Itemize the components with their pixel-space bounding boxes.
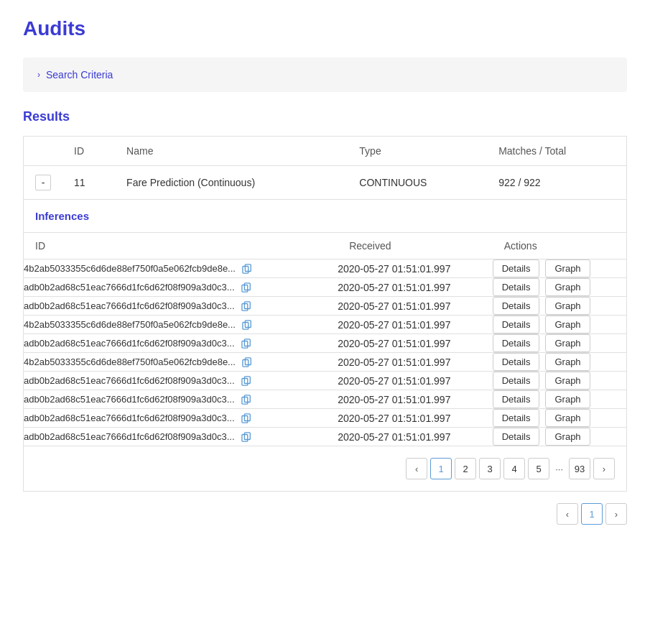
search-criteria-label: Search Criteria (46, 69, 113, 80)
outer-table: ID Name Type Matches / Total - 11 Fare P… (23, 136, 627, 492)
pagination-page-5[interactable]: 5 (528, 458, 549, 479)
inference-actions-cell: DetailsGraph (493, 316, 626, 334)
inference-id-text: adb0b2ad68c51eac7666d1fc6d62f08f909a3d0c… (24, 375, 235, 386)
graph-button[interactable]: Graph (545, 428, 590, 446)
inference-actions-cell: DetailsGraph (493, 372, 626, 390)
col-header-name: Name (115, 137, 348, 166)
inference-row: adb0b2ad68c51eac7666d1fc6d62f08f909a3d0c… (24, 278, 626, 297)
inference-id-text: 4b2ab5033355c6d6de88ef750f0a5e062fcb9de8… (24, 356, 236, 367)
inference-id-cell: 4b2ab5033355c6d6de88ef750f0a5e062fcb9de8… (24, 259, 338, 278)
inference-row: adb0b2ad68c51eac7666d1fc6d62f08f909a3d0c… (24, 390, 626, 409)
audit-type: CONTINUOUS (348, 166, 487, 200)
inference-actions-cell: DetailsGraph (493, 334, 626, 353)
details-button[interactable]: Details (493, 353, 540, 371)
inference-received: 2020-05-27 01:51:01.997 (338, 353, 493, 372)
inference-id-text: adb0b2ad68c51eac7666d1fc6d62f08f909a3d0c… (24, 431, 235, 442)
copy-icon[interactable] (241, 413, 252, 424)
inferences-section: Inferences ID Received Actions 4b2ab5033… (24, 200, 626, 491)
audit-id: 11 (62, 166, 115, 200)
inferences-table: ID Received Actions 4b2ab5033355c6d6de88… (24, 233, 626, 446)
inference-id-cell: 4b2ab5033355c6d6de88ef750f0a5e062fcb9de8… (24, 353, 338, 372)
col-header-type: Type (348, 137, 487, 166)
inference-received: 2020-05-27 01:51:01.997 (338, 428, 493, 446)
graph-button[interactable]: Graph (545, 353, 590, 371)
inference-id-text: adb0b2ad68c51eac7666d1fc6d62f08f909a3d0c… (24, 394, 235, 405)
col-header-matches: Matches / Total (487, 137, 626, 166)
pagination-last[interactable]: 93 (569, 458, 590, 479)
bottom-pagination: ‹ 1 › (23, 492, 627, 525)
inner-col-id: ID (24, 233, 338, 259)
copy-icon[interactable] (241, 282, 252, 293)
inference-id-text: adb0b2ad68c51eac7666d1fc6d62f08f909a3d0c… (24, 300, 235, 311)
graph-button[interactable]: Graph (545, 259, 590, 277)
copy-icon[interactable] (241, 375, 252, 387)
inferences-header-row: ID Received Actions (24, 233, 626, 259)
inference-actions-cell: DetailsGraph (493, 278, 626, 297)
inference-actions-cell: DetailsGraph (493, 259, 626, 278)
audit-row: - 11 Fare Prediction (Continuous) CONTIN… (24, 166, 627, 200)
inference-id-cell: adb0b2ad68c51eac7666d1fc6d62f08f909a3d0c… (24, 428, 338, 446)
pagination-dots: ··· (552, 464, 566, 474)
inference-actions-cell: DetailsGraph (493, 428, 626, 446)
inference-id-text: 4b2ab5033355c6d6de88ef750f0a5e062fcb9de8… (24, 319, 236, 330)
pagination: ‹ 1 2 3 4 5 ··· 93 › (24, 446, 626, 491)
pagination-page-1[interactable]: 1 (430, 458, 452, 479)
inference-received: 2020-05-27 01:51:01.997 (338, 409, 493, 428)
inference-row: adb0b2ad68c51eac7666d1fc6d62f08f909a3d0c… (24, 409, 626, 428)
inference-received: 2020-05-27 01:51:01.997 (338, 390, 493, 409)
copy-icon[interactable] (241, 300, 252, 312)
details-button[interactable]: Details (493, 372, 540, 390)
bottom-pagination-page-1[interactable]: 1 (581, 503, 603, 525)
collapse-button[interactable]: - (35, 175, 51, 190)
inferences-header: Inferences (24, 200, 626, 233)
inference-row: 4b2ab5033355c6d6de88ef750f0a5e062fcb9de8… (24, 259, 626, 278)
details-button[interactable]: Details (493, 409, 540, 427)
graph-button[interactable]: Graph (545, 297, 590, 315)
inner-col-actions: Actions (493, 233, 626, 259)
inference-row: 4b2ab5033355c6d6de88ef750f0a5e062fcb9de8… (24, 316, 626, 334)
graph-button[interactable]: Graph (545, 409, 590, 427)
details-button[interactable]: Details (493, 297, 540, 315)
graph-button[interactable]: Graph (545, 316, 590, 334)
inference-received: 2020-05-27 01:51:01.997 (338, 334, 493, 353)
inference-row: adb0b2ad68c51eac7666d1fc6d62f08f909a3d0c… (24, 428, 626, 446)
pagination-page-2[interactable]: 2 (455, 458, 476, 479)
graph-button[interactable]: Graph (545, 278, 590, 296)
pagination-next[interactable]: › (593, 458, 615, 479)
pagination-prev[interactable]: ‹ (406, 458, 427, 479)
inference-id-cell: adb0b2ad68c51eac7666d1fc6d62f08f909a3d0c… (24, 372, 338, 390)
copy-icon[interactable] (241, 431, 252, 443)
details-button[interactable]: Details (493, 278, 540, 296)
details-button[interactable]: Details (493, 316, 540, 334)
results-title: Results (23, 109, 627, 124)
bottom-pagination-prev[interactable]: ‹ (557, 503, 578, 525)
search-criteria-bar[interactable]: › Search Criteria (23, 58, 627, 92)
inference-received: 2020-05-27 01:51:01.997 (338, 297, 493, 316)
details-button[interactable]: Details (493, 428, 540, 446)
details-button[interactable]: Details (493, 259, 540, 277)
copy-icon[interactable] (241, 356, 253, 368)
pagination-page-3[interactable]: 3 (479, 458, 501, 479)
inference-id-text: 4b2ab5033355c6d6de88ef750f0a5e062fcb9de8… (24, 263, 236, 274)
chevron-icon: › (37, 70, 40, 80)
copy-icon[interactable] (241, 319, 253, 331)
graph-button[interactable]: Graph (545, 390, 590, 408)
col-header-collapse (24, 137, 63, 166)
copy-icon[interactable] (241, 394, 252, 405)
outer-table-header-row: ID Name Type Matches / Total (24, 137, 627, 166)
inference-id-text: adb0b2ad68c51eac7666d1fc6d62f08f909a3d0c… (24, 338, 235, 349)
graph-button[interactable]: Graph (545, 334, 590, 352)
details-button[interactable]: Details (493, 390, 540, 408)
bottom-pagination-next[interactable]: › (605, 503, 627, 525)
details-button[interactable]: Details (493, 334, 540, 352)
copy-icon[interactable] (241, 338, 252, 349)
inference-row: adb0b2ad68c51eac7666d1fc6d62f08f909a3d0c… (24, 297, 626, 316)
inference-row: adb0b2ad68c51eac7666d1fc6d62f08f909a3d0c… (24, 334, 626, 353)
graph-button[interactable]: Graph (545, 372, 590, 390)
copy-icon[interactable] (241, 263, 253, 275)
inference-received: 2020-05-27 01:51:01.997 (338, 372, 493, 390)
inference-actions-cell: DetailsGraph (493, 297, 626, 316)
pagination-page-4[interactable]: 4 (503, 458, 525, 479)
audit-matches-total: 922 / 922 (487, 166, 626, 200)
inference-id-text: adb0b2ad68c51eac7666d1fc6d62f08f909a3d0c… (24, 282, 235, 293)
